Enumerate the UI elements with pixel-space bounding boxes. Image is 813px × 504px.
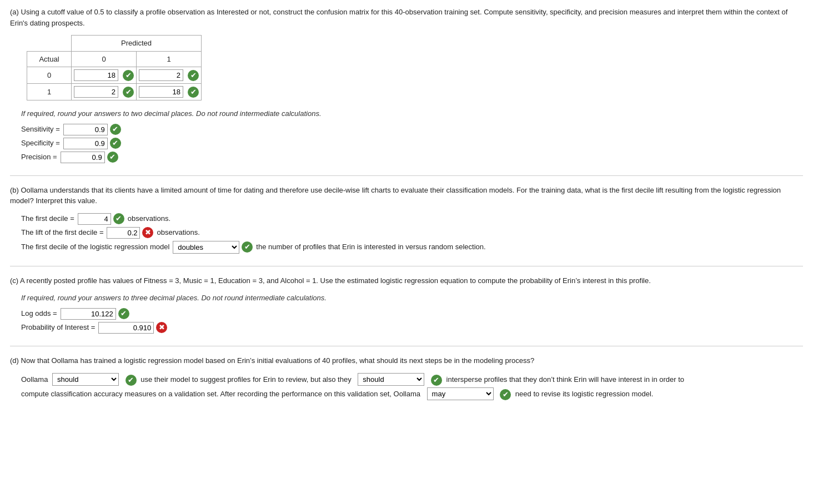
sensitivity-row: Sensitivity = ✔ [21, 124, 803, 135]
confusion-matrix: Predicted Actual 0 1 0 ✔ ✔ 1 [27, 35, 202, 100]
should1-dropdown[interactable]: shouldshould not [52, 373, 119, 386]
sentence1-suffix: use their model to suggest profiles for … [140, 375, 351, 384]
may-check: ✔ [500, 389, 511, 400]
cell-01-check: ✔ [188, 70, 199, 81]
note-a: If required, round your answers to two d… [21, 108, 803, 119]
lift-x: ✖ [142, 227, 153, 238]
first-decile-label: The first decile = [21, 213, 74, 224]
question-a: (a) Using a cutoff value of 0.5 to class… [10, 7, 803, 28]
first-decile-suffix: observations. [128, 213, 170, 224]
cell-10-input[interactable] [74, 86, 118, 98]
probability-row: Probability of Interest = ✖ [21, 322, 803, 334]
row0-label: 0 [27, 67, 72, 84]
section-d: (d) Now that Oollama has trained a logis… [10, 355, 803, 402]
probability-x: ✖ [156, 322, 167, 333]
first-decile-sentence-suffix: the number of profiles that Erin is inte… [256, 241, 485, 253]
lift-suffix: observations. [157, 227, 199, 238]
question-b: (b) Oollama understands that its clients… [10, 185, 803, 206]
doubles-dropdown[interactable]: doublestripleshalvesquadruples [173, 241, 239, 254]
specificity-label: Specificity = [21, 138, 60, 149]
predicted-header: Predicted [72, 36, 202, 52]
actual-header: Actual [27, 51, 72, 67]
probability-label: Probability of Interest = [21, 322, 95, 333]
first-decile-input[interactable] [78, 213, 111, 225]
sentence2-prefix: intersperse profiles that they don’t thi… [446, 375, 685, 384]
first-decile-sentence-prefix: The first decile of the logistic regress… [21, 241, 169, 253]
section-a: (a) Using a cutoff value of 0.5 to class… [10, 7, 803, 163]
section-c: (c) A recently posted profile has values… [10, 275, 803, 334]
precision-label: Precision = [21, 152, 57, 163]
question-c: (c) A recently posted profile has values… [10, 275, 803, 286]
doubles-check: ✔ [242, 241, 253, 253]
may-dropdown[interactable]: maymay notshouldshould not [427, 387, 494, 400]
lift-label: The lift of the first decile = [21, 227, 103, 238]
log-odds-input[interactable] [61, 308, 116, 320]
cell-11-check: ✔ [188, 87, 199, 98]
first-decile-sentence-row: The first decile of the logistic regress… [21, 241, 803, 254]
note-c: If required, round your answers to three… [21, 293, 803, 304]
log-odds-row: Log odds = ✔ [21, 308, 803, 320]
sensitivity-check: ✔ [110, 124, 121, 135]
cell-10-check: ✔ [123, 87, 134, 98]
specificity-row: Specificity = ✔ [21, 138, 803, 149]
first-decile-row: The first decile = ✔ observations. [21, 213, 803, 225]
sensitivity-input[interactable] [63, 124, 108, 135]
precision-check: ✔ [107, 152, 118, 163]
lift-row: The lift of the first decile = ✖ observa… [21, 227, 803, 239]
first-decile-check: ✔ [113, 213, 124, 224]
cell-01-input[interactable] [139, 69, 183, 81]
sentence2-suffix: compute classification accuracy measures… [21, 390, 420, 398]
should2-check: ✔ [431, 375, 442, 386]
cell-00-input[interactable] [74, 69, 118, 81]
row1-label: 1 [27, 84, 72, 100]
should2-dropdown[interactable]: shouldshould not [358, 373, 424, 386]
cell-00-check: ✔ [123, 70, 134, 81]
probability-input[interactable] [98, 322, 154, 334]
precision-row: Precision = ✔ [21, 152, 803, 163]
section-b: (b) Oollama understands that its clients… [10, 185, 803, 254]
should1-check: ✔ [126, 375, 137, 386]
question-d: (d) Now that Oollama has trained a logis… [10, 355, 803, 366]
precision-input[interactable] [61, 152, 105, 163]
lift-input[interactable] [107, 227, 140, 239]
log-odds-check: ✔ [118, 308, 129, 319]
cell-11-input[interactable] [139, 86, 183, 98]
sensitivity-label: Sensitivity = [21, 124, 60, 135]
log-odds-label: Log odds = [21, 308, 57, 319]
sentence3-suffix: need to revise its logistic regression m… [515, 390, 654, 398]
col1-header: 1 [137, 51, 202, 67]
specificity-check: ✔ [110, 138, 121, 149]
specificity-input[interactable] [63, 138, 108, 149]
sentence1-prefix: Oollama [21, 375, 48, 384]
col0-header: 0 [72, 51, 137, 67]
